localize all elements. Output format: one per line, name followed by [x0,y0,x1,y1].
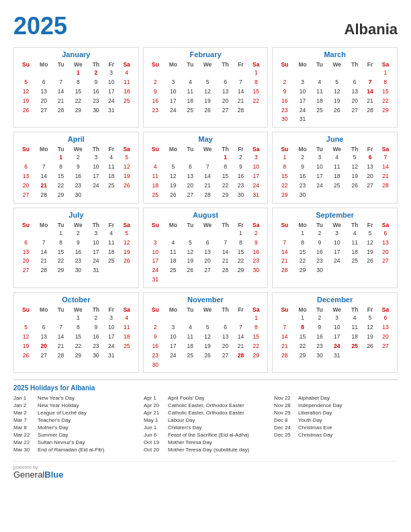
cal-day: 16 [312,332,328,342]
holiday-date: Apr 1 [144,395,165,401]
cal-day: 24 [327,342,347,351]
cal-day [164,361,183,370]
cal-day: 1 [248,314,264,323]
day-header: Sa [377,60,394,69]
cal-day [183,229,198,238]
holiday-col: Apr 1April Fools' DayApr 20Catholic East… [144,395,267,454]
cal-day [34,229,53,238]
cal-day: 26 [363,342,377,351]
cal-day: 8 [248,78,264,87]
cal-day: 21 [233,97,248,106]
cal-day: 13 [34,87,53,97]
cal-day: 24 [104,97,119,106]
cal-table: SuMoTuWeThFrSa12345678910111213141516171… [147,145,265,200]
holiday-name: Mother Teresa Day (substitute day) [168,447,249,453]
day-header: Mo [293,221,312,229]
cal-day: 19 [198,97,218,106]
cal-day: 25 [104,181,119,191]
cal-day: 10 [88,163,104,172]
cal-day [183,361,198,370]
cal-day: 31 [147,275,164,285]
cal-day [377,115,394,124]
cal-day: 23 [147,351,164,361]
holiday-name: Mother's Day [38,425,68,431]
cal-day: 3 [104,314,119,323]
cal-day: 12 [183,248,198,257]
month-name: March [276,50,394,58]
cal-day: 10 [104,323,119,332]
cal-day: 30 [312,351,328,361]
holiday-name: New Year Holiday [38,402,79,408]
cal-day: 21 [34,257,53,266]
cal-day [248,361,264,370]
holiday-item: Oct 19Mother Teresa Day [144,439,267,445]
cal-day: 5 [17,323,34,332]
day-header: Su [276,306,293,314]
cal-day: 17 [312,172,328,181]
cal-day: 30 [88,106,104,116]
cal-day: 18 [119,87,135,97]
holiday-date: Mar 22 [13,439,35,445]
holiday-date: Nov 29 [274,410,295,416]
cal-day: 8 [53,163,68,172]
cal-day: 27 [34,106,53,116]
cal-day: 5 [363,314,377,323]
holiday-item: Apr 20Catholic Easter, Orthodox Easter [144,402,267,408]
day-header: We [198,221,218,229]
cal-day [276,69,293,78]
cal-day: 15 [377,87,394,97]
cal-day: 26 [347,181,363,191]
month-name: January [17,50,135,58]
day-header: Tu [312,60,328,69]
month-block-june: JuneSuMoTuWeThFrSa1234567891011121314151… [272,132,398,203]
holiday-item: Nov 28Independence Day [274,402,398,408]
day-header: Fr [104,60,119,69]
cal-day: 13 [17,248,34,257]
cal-day: 27 [34,351,53,361]
day-header: Tu [312,306,328,314]
cal-day: 4 [183,78,198,87]
day-header: Th [88,221,104,229]
cal-day: 3 [147,238,164,248]
holiday-item: Dec 24Christmas Eve [274,425,398,431]
cal-day [198,275,218,285]
day-header: Tu [312,221,328,229]
holiday-name: League of Lezhë day [38,410,87,416]
cal-day [218,275,234,285]
cal-day: 18 [104,248,119,257]
holiday-item: Mar 22Summer Day [13,432,137,438]
cal-day: 26 [183,266,198,275]
cal-day: 13 [347,87,363,97]
cal-day [198,69,218,78]
day-header: We [327,60,347,69]
cal-day: 16 [147,342,164,351]
cal-day [347,191,363,200]
cal-day: 23 [68,181,88,191]
cal-day: 5 [198,78,218,87]
cal-day: 11 [147,172,164,181]
cal-day: 24 [164,351,183,361]
cal-day: 10 [88,238,104,248]
cal-day [119,106,135,116]
cal-day: 21 [233,342,248,351]
brand-general: General [13,470,44,480]
holiday-item: Mar 2League of Lezhë day [13,410,137,416]
cal-day: 8 [233,238,248,248]
cal-table: SuMoTuWeThFrSa12345678910111213141516171… [147,60,265,115]
cal-day: 25 [119,97,135,106]
holiday-name: Sultan Nevruz's Day [38,439,85,445]
day-header: Sa [377,145,394,153]
day-header: Th [347,306,363,314]
cal-day: 19 [119,172,135,181]
cal-day: 23 [68,257,88,266]
cal-day: 30 [147,361,164,370]
cal-day: 30 [248,266,264,275]
cal-day: 30 [293,191,312,200]
cal-day: 12 [363,323,377,332]
cal-day: 1 [248,69,264,78]
cal-day: 6 [198,238,218,248]
year-title: 2025 [13,12,67,40]
cal-day: 20 [377,248,394,257]
day-header: Fr [233,145,248,153]
cal-day: 10 [327,323,347,332]
